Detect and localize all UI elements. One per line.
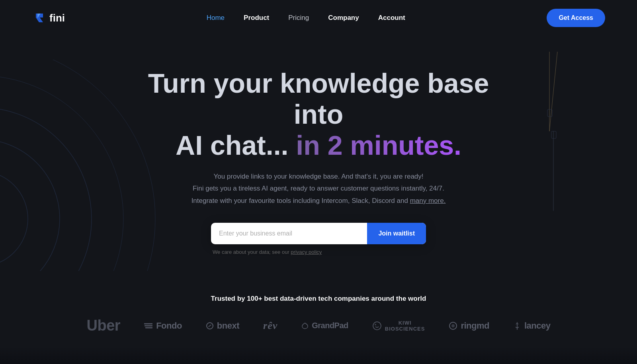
nav-company[interactable]: Company: [328, 14, 359, 21]
logos-row: Uber Fondo bnext rêv GrandPad: [32, 317, 605, 334]
uber-text: Uber: [87, 317, 121, 334]
fondo-text: Fondo: [156, 321, 182, 331]
nav-pricing[interactable]: Pricing: [288, 14, 309, 21]
nav-product[interactable]: Product: [244, 14, 269, 21]
hero-headline: Turn your knowledge base into AI chat...…: [139, 68, 498, 161]
logo[interactable]: fini: [32, 10, 65, 25]
email-input[interactable]: [211, 223, 367, 244]
join-waitlist-button[interactable]: Join waitlist: [367, 223, 426, 244]
hero-section: Turn your knowledge base into AI chat...…: [0, 36, 637, 271]
ringmd-text: ringmd: [461, 321, 489, 331]
nav-account[interactable]: Account: [378, 14, 405, 21]
svg-point-3: [0, 76, 123, 271]
bnext-text: bnext: [217, 321, 239, 331]
bnext-icon: [206, 322, 214, 330]
trusted-title: Trusted by 100+ best data-driven tech co…: [32, 295, 605, 303]
many-more-link[interactable]: many more.: [410, 197, 446, 204]
svg-line-7: [549, 52, 557, 131]
svg-point-0: [0, 171, 28, 267]
grandpad-icon: [301, 322, 309, 329]
nav-links: Home Product Pricing Company Account: [207, 14, 405, 22]
svg-point-14: [373, 322, 381, 330]
logo-lancey: lancey: [513, 321, 551, 331]
svg-point-1: [0, 139, 60, 271]
kiwi-icon: [372, 321, 382, 331]
logo-grandpad: GrandPad: [301, 321, 348, 330]
get-access-button[interactable]: Get Access: [547, 9, 605, 27]
logo-fondo: Fondo: [144, 321, 182, 331]
privacy-note: We care about your data; see our privacy…: [211, 249, 426, 255]
trusted-section: Trusted by 100+ best data-driven tech co…: [0, 295, 637, 350]
logo-kiwi: KiwiBiosciences: [372, 320, 425, 332]
ringmd-icon: [449, 321, 457, 330]
bottom-fade: [0, 348, 637, 364]
fondo-icon: [144, 322, 153, 329]
svg-point-15: [375, 324, 376, 325]
navbar: fini Home Product Pricing Company Accoun…: [0, 0, 637, 36]
kiwi-text: KiwiBiosciences: [385, 320, 425, 332]
logo-bnext: bnext: [206, 321, 239, 331]
svg-point-2: [0, 107, 92, 271]
svg-point-17: [451, 324, 455, 327]
logo-icon: [32, 10, 47, 25]
logo-rev: rêv: [263, 320, 277, 332]
privacy-policy-link[interactable]: privacy policy: [291, 249, 322, 255]
svg-rect-8: [547, 109, 552, 117]
lancey-text: lancey: [524, 321, 551, 331]
decorative-lines-right: [518, 52, 589, 211]
hero-subtext: You provide links to your knowledge base…: [179, 171, 458, 207]
svg-rect-9: [551, 131, 556, 138]
rev-text: rêv: [263, 320, 277, 332]
nav-home[interactable]: Home: [207, 14, 225, 21]
email-form: Join waitlist: [211, 223, 426, 244]
logo-text: fini: [49, 12, 65, 24]
lancey-icon: [513, 321, 521, 330]
grandpad-text: GrandPad: [312, 321, 348, 330]
svg-point-4: [0, 60, 155, 271]
logo-ringmd: ringmd: [449, 321, 489, 331]
logo-uber: Uber: [87, 317, 121, 334]
